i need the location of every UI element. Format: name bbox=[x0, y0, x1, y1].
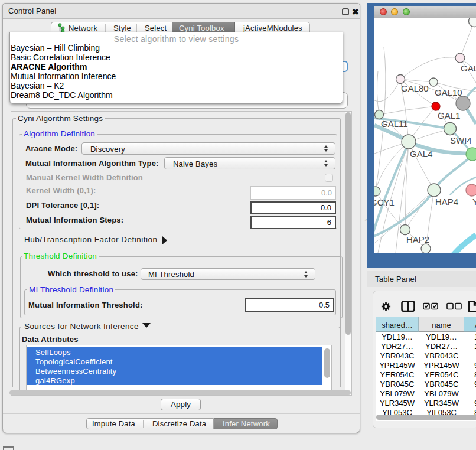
svg-text:GCY1: GCY1 bbox=[374, 197, 395, 207]
svg-text:GAL1: GAL1 bbox=[438, 110, 460, 120]
svg-text:HAP4: HAP4 bbox=[435, 197, 458, 207]
svg-text:SWI4: SWI4 bbox=[450, 135, 472, 145]
svg-text:GAL11: GAL11 bbox=[381, 119, 408, 129]
svg-text:GAL7: GAL7 bbox=[461, 63, 476, 73]
svg-text:GAL10: GAL10 bbox=[435, 87, 462, 97]
svg-text:HAP2: HAP2 bbox=[406, 234, 429, 244]
svg-text:GAL4: GAL4 bbox=[410, 149, 432, 159]
svg-text:Y: Y bbox=[472, 197, 476, 207]
svg-text:GAL80: GAL80 bbox=[401, 83, 429, 93]
